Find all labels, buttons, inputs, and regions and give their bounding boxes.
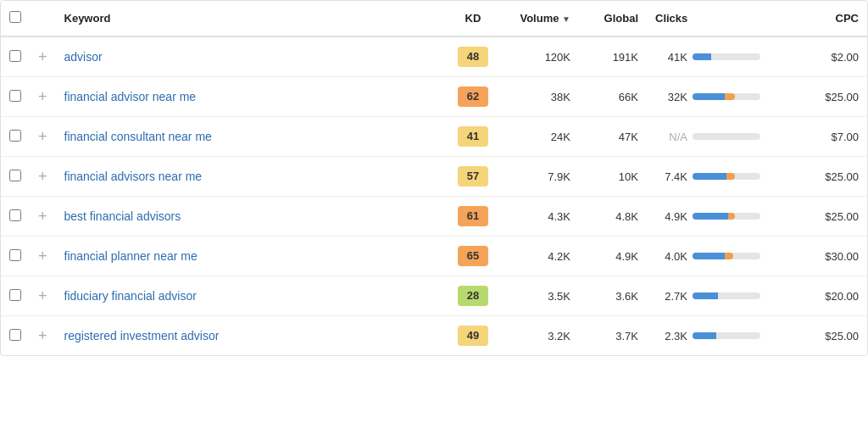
- row-volume-cell: 120K: [503, 36, 579, 77]
- keyword-link[interactable]: fiduciary financial advisor: [64, 289, 197, 303]
- row-checkbox[interactable]: [9, 249, 21, 261]
- row-add-cell[interactable]: +: [30, 77, 56, 117]
- kd-badge: 28: [458, 286, 488, 306]
- row-add-cell[interactable]: +: [30, 276, 56, 316]
- clicks-bar-blue: [693, 332, 716, 339]
- row-cpc-cell: $20.00: [799, 276, 867, 316]
- table-row: +advisor48120K191K41K$2.00: [1, 36, 867, 77]
- row-keyword-cell: financial advisor near me: [56, 77, 443, 117]
- row-kd-cell: 65: [443, 237, 503, 276]
- keyword-link[interactable]: financial consultant near me: [64, 130, 212, 143]
- row-global-cell: 4.8K: [579, 197, 647, 237]
- add-icon[interactable]: +: [38, 48, 47, 65]
- add-icon[interactable]: +: [38, 327, 47, 344]
- keyword-link[interactable]: financial advisor near me: [64, 90, 197, 103]
- row-cpc-cell: $30.00: [799, 237, 867, 276]
- row-add-cell[interactable]: +: [30, 157, 56, 197]
- row-checkbox[interactable]: [9, 50, 21, 62]
- row-add-cell[interactable]: +: [30, 316, 56, 356]
- row-clicks-cell: 7.4K: [647, 157, 799, 197]
- row-checkbox-cell: [1, 316, 30, 356]
- row-checkbox[interactable]: [9, 209, 21, 221]
- row-add-cell[interactable]: +: [30, 117, 56, 157]
- table-body: +advisor48120K191K41K$2.00+financial adv…: [1, 36, 867, 355]
- keyword-link[interactable]: best financial advisors: [64, 209, 181, 223]
- row-checkbox[interactable]: [9, 289, 21, 301]
- keyword-link[interactable]: advisor: [64, 50, 103, 64]
- row-cpc-cell: $25.00: [799, 197, 867, 237]
- clicks-value: 2.7K: [655, 290, 687, 303]
- row-kd-cell: 28: [443, 276, 503, 316]
- kd-badge: 62: [458, 86, 488, 107]
- clicks-value: 41K: [655, 51, 687, 64]
- header-keyword: Keyword: [56, 1, 443, 36]
- add-icon[interactable]: +: [38, 128, 47, 145]
- clicks-cell-container: 7.4K: [655, 170, 791, 183]
- row-checkbox[interactable]: [9, 130, 21, 142]
- clicks-bar-blue: [693, 292, 718, 299]
- row-cpc-cell: $7.00: [799, 117, 867, 157]
- header-add-col: [30, 1, 56, 36]
- add-icon[interactable]: +: [38, 208, 47, 225]
- row-cpc-cell: $2.00: [799, 36, 867, 77]
- row-checkbox-cell: [1, 237, 30, 276]
- header-volume[interactable]: Volume ▼: [503, 1, 579, 36]
- clicks-bar-bg: [693, 173, 760, 180]
- table-row: +fiduciary financial advisor283.5K3.6K2.…: [1, 276, 867, 316]
- clicks-cell-container: 4.9K: [655, 210, 791, 223]
- row-checkbox-cell: [1, 36, 30, 77]
- keyword-col-label: Keyword: [64, 12, 111, 25]
- header-checkbox-col: [1, 1, 30, 36]
- clicks-bar-blue: [693, 173, 726, 180]
- row-clicks-cell: N/A: [647, 117, 799, 157]
- row-global-cell: 66K: [579, 77, 647, 117]
- add-icon[interactable]: +: [38, 287, 47, 304]
- row-checkbox-cell: [1, 197, 30, 237]
- row-checkbox[interactable]: [9, 329, 21, 341]
- header-global: Global: [579, 1, 647, 36]
- row-add-cell[interactable]: +: [30, 197, 56, 237]
- row-global-cell: 10K: [579, 157, 647, 197]
- row-add-cell[interactable]: +: [30, 237, 56, 276]
- row-checkbox-cell: [1, 77, 30, 117]
- kd-badge: 65: [458, 246, 488, 266]
- clicks-cell-container: 41K: [655, 51, 791, 64]
- row-checkbox[interactable]: [9, 90, 21, 102]
- table-row: +financial consultant near me4124K47KN/A…: [1, 117, 867, 157]
- keyword-table-container: Keyword KD Volume ▼ Global Clicks CPC: [0, 0, 868, 356]
- kd-badge: 41: [458, 126, 488, 147]
- clicks-bar-bg: [693, 93, 760, 100]
- keyword-link[interactable]: financial planner near me: [64, 249, 198, 263]
- row-checkbox-cell: [1, 276, 30, 316]
- clicks-bar-blue: [693, 93, 725, 100]
- clicks-value: 32K: [655, 91, 687, 103]
- row-clicks-cell: 2.3K: [647, 316, 799, 356]
- row-global-cell: 3.6K: [579, 276, 647, 316]
- select-all-checkbox[interactable]: [9, 11, 21, 23]
- row-checkbox[interactable]: [9, 170, 21, 181]
- row-add-cell[interactable]: +: [30, 36, 56, 77]
- row-cpc-cell: $25.00: [799, 77, 867, 117]
- keyword-link[interactable]: financial advisors near me: [64, 170, 203, 183]
- row-volume-cell: 3.5K: [503, 276, 579, 316]
- add-icon[interactable]: +: [38, 248, 47, 265]
- kd-badge: 48: [458, 47, 488, 67]
- row-keyword-cell: financial planner near me: [56, 237, 443, 276]
- table-row: +financial advisor near me6238K66K32K$25…: [1, 77, 867, 117]
- clicks-value: 7.4K: [655, 170, 687, 183]
- row-keyword-cell: fiduciary financial advisor: [56, 276, 443, 316]
- table-row: +best financial advisors614.3K4.8K4.9K$2…: [1, 197, 867, 237]
- row-keyword-cell: advisor: [56, 36, 443, 77]
- row-global-cell: 191K: [579, 36, 647, 77]
- keyword-link[interactable]: registered investment advisor: [64, 329, 220, 343]
- clicks-bar-bg: [693, 213, 760, 220]
- clicks-bar-orange: [725, 253, 733, 259]
- add-icon[interactable]: +: [38, 88, 47, 105]
- row-clicks-cell: 4.9K: [647, 197, 799, 237]
- clicks-bar-bg: [693, 332, 760, 339]
- row-global-cell: 47K: [579, 117, 647, 157]
- add-icon[interactable]: +: [38, 168, 47, 185]
- global-col-label: Global: [604, 12, 638, 25]
- row-kd-cell: 62: [443, 77, 503, 117]
- clicks-bar-bg: [693, 292, 760, 299]
